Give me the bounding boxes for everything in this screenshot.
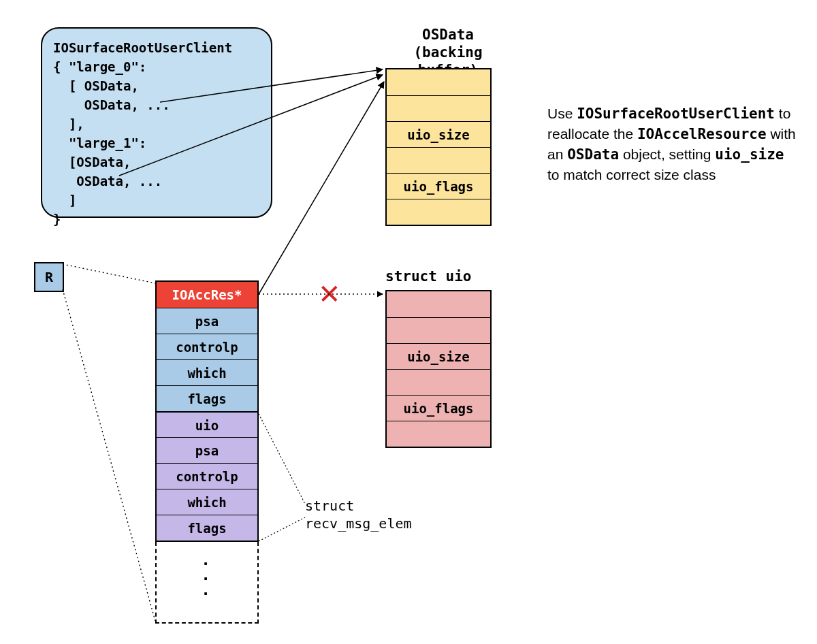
uio-cell [387, 369, 490, 395]
explain-code: IOSurfaceRootUserClient [577, 106, 775, 122]
uio-cell [387, 317, 490, 343]
explain-code: uio_size [715, 146, 784, 163]
stack-cell-ioaccres: IOAccRes* [157, 282, 257, 308]
recv-label-line1: struct [305, 498, 354, 514]
stack-cell-which-2: which [157, 489, 257, 515]
stack-cell-psa-2: psa [157, 437, 257, 463]
explain-code: IOAccelResource [637, 126, 767, 142]
osdata-cell [387, 95, 490, 121]
explain-code: OSData [567, 146, 619, 163]
svg-line-7 [259, 517, 305, 541]
svg-line-6 [259, 414, 305, 504]
r-box: R [34, 262, 64, 292]
stack-cell-flags: flags [157, 385, 257, 411]
stack-cell-psa: psa [157, 308, 257, 334]
uio-cell [387, 291, 490, 317]
svg-line-4 [63, 264, 155, 283]
stack-cell-which: which [157, 359, 257, 385]
code-line: OSData, ... [53, 174, 162, 189]
code-line: } [53, 212, 61, 227]
code-line: ], [53, 116, 84, 131]
struct-uio-block: uio_size uio_flags [385, 290, 492, 448]
svg-line-5 [63, 289, 155, 621]
uio-cell-uio-flags: uio_flags [387, 395, 490, 421]
stack-cell-controlp: controlp [157, 334, 257, 359]
code-line: IOSurfaceRootUserClient [53, 40, 232, 55]
code-line: [OSData, [53, 155, 131, 170]
stack-cell-uio: uio [157, 411, 257, 437]
osdata-cell-uio-flags: uio_flags [387, 173, 490, 199]
osdata-cell-uio-size: uio_size [387, 121, 490, 147]
recv-label-line2: recv_msg_elem [305, 515, 412, 532]
explain-text: to match correct size class [547, 167, 716, 182]
explain-text: Use [547, 106, 577, 121]
code-line: ] [53, 193, 76, 208]
code-line: [ OSData, [53, 78, 139, 93]
stack-continuation: ... [155, 542, 259, 624]
iosurface-code-block: IOSurfaceRootUserClient { "large_0": [ O… [41, 27, 272, 218]
code-line: "large_1": [53, 135, 146, 150]
stack-cell-controlp-2: controlp [157, 463, 257, 489]
osdata-block: uio_size uio_flags [385, 68, 492, 226]
explain-text: object, setting [619, 146, 715, 162]
stack-cell-flags-2: flags [157, 515, 257, 541]
red-x-icon: ✕ [318, 278, 341, 310]
osdata-title-line1: OSData [422, 27, 474, 43]
code-line: { "large_0": [53, 59, 146, 74]
recv-msg-elem-label: struct recv_msg_elem [305, 497, 412, 532]
recv-stack: IOAccRes* psa controlp which flags uio p… [155, 280, 259, 542]
uio-cell [387, 421, 490, 447]
osdata-cell [387, 199, 490, 225]
struct-uio-title: struct uio [385, 268, 522, 285]
uio-cell-uio-size: uio_size [387, 343, 490, 369]
code-line: OSData, ... [53, 97, 170, 112]
osdata-cell [387, 69, 490, 95]
explanation-text: Use IOSurfaceRootUserClient to reallocat… [547, 103, 799, 184]
svg-line-2 [259, 82, 384, 294]
osdata-cell [387, 147, 490, 173]
